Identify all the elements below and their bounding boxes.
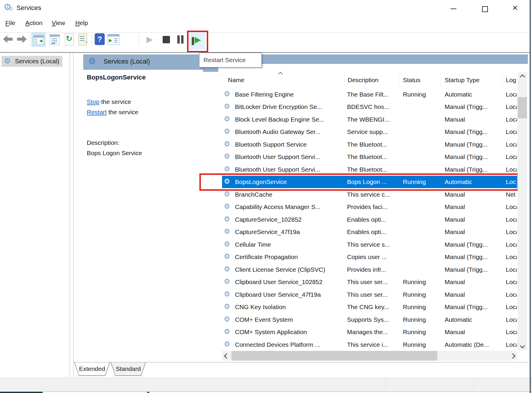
extended-view-button[interactable]: ▶ <box>107 34 120 45</box>
play-icon: ▶ <box>146 35 153 44</box>
close-button[interactable]: × <box>512 2 518 13</box>
service-row[interactable]: ⚙ Clipboard User Service_47f19a This use… <box>222 288 517 301</box>
service-row[interactable]: ⚙ BitLocker Drive Encryption Se... BDESV… <box>222 101 517 113</box>
service-gear-icon: ⚙ <box>224 190 230 198</box>
scroll-right-button[interactable] <box>508 351 517 361</box>
service-row[interactable]: ⚙ Capability Access Manager S... Provide… <box>222 201 517 213</box>
column-header-name[interactable]: Name <box>228 77 244 84</box>
service-gear-icon: ⚙ <box>224 302 230 311</box>
scroll-down-button[interactable] <box>518 342 527 350</box>
service-row[interactable]: ⚙ COM+ Event System Supports Sys... Runn… <box>222 314 517 326</box>
menu-help[interactable]: Help <box>75 19 88 26</box>
service-description: Supports Sys... <box>347 316 389 323</box>
service-startup-type: Manual <box>445 191 465 198</box>
service-row[interactable]: ⚙ Block Level Backup Engine Se... The WB… <box>222 113 517 126</box>
chevron-up-icon <box>520 74 525 79</box>
tree-item-services-local[interactable]: ⚙ Services (Local) <box>1 56 62 67</box>
scroll-left-button[interactable] <box>222 351 231 361</box>
service-log-on-as: Loca <box>506 203 517 210</box>
service-row[interactable]: ⚙ Clipboard User Service_102852 This use… <box>222 276 517 288</box>
minimize-button[interactable] <box>451 9 456 9</box>
service-gear-icon: ⚙ <box>224 277 230 286</box>
status-bar-divider <box>473 379 474 390</box>
service-startup-type: Automatic <box>445 316 472 323</box>
stop-service-link[interactable]: Stop <box>87 98 99 105</box>
service-row[interactable]: ⚙ CaptureService_102852 Enables opti... … <box>222 213 517 226</box>
window-right-border <box>530 0 531 393</box>
services-list: ⚙ Base Filtering Engine The Base Filt...… <box>222 88 517 351</box>
service-gear-icon: ⚙ <box>224 265 230 273</box>
service-row[interactable]: ⚙ Connected Devices Platform ... This se… <box>222 339 517 351</box>
service-row[interactable]: ⚙ Bluetooth Support Service The Bluetoot… <box>222 138 517 151</box>
refresh-button[interactable]: ↻ <box>64 33 75 46</box>
column-header-startup-type[interactable]: Startup Type <box>445 77 480 84</box>
column-header-description[interactable]: Description <box>348 77 378 84</box>
vertical-scrollbar[interactable] <box>518 72 527 350</box>
service-log-on-as: Loca <box>506 266 517 273</box>
service-gear-icon: ⚙ <box>224 127 230 135</box>
menu-file[interactable]: File <box>5 19 15 26</box>
export-list-button[interactable]: → <box>77 33 89 46</box>
service-log-on-as: Loca <box>506 153 517 160</box>
service-name: BitLocker Drive Encryption Se... <box>235 103 322 110</box>
back-icon <box>3 35 7 43</box>
menu-view[interactable]: View <box>52 19 65 26</box>
stop-service-button[interactable] <box>163 36 170 43</box>
service-description: The Bluetoot... <box>347 141 387 148</box>
pause-service-button[interactable] <box>177 35 184 44</box>
service-row[interactable]: ⚙ COM+ System Application Manages the...… <box>222 326 517 338</box>
service-row[interactable]: ⚙ Certificate Propagation Copies user ..… <box>222 251 517 263</box>
service-name: COM+ System Application <box>235 329 307 336</box>
horizontal-scrollbar[interactable] <box>222 351 517 361</box>
service-name: CNG Key Isolation <box>235 304 286 311</box>
service-startup-type: Manual <box>445 228 465 236</box>
restart-service-link[interactable]: Restart <box>87 109 107 115</box>
column-header-log-on-as[interactable]: Log <box>506 77 517 84</box>
service-status: Running <box>403 291 426 298</box>
service-gear-icon: ⚙ <box>224 165 230 173</box>
service-description: This service i... <box>347 341 388 348</box>
menu-action[interactable]: Action <box>25 19 42 26</box>
service-startup-type: Manual (Trigg... <box>445 304 488 311</box>
stop-service-line: Stop the service <box>87 98 131 105</box>
service-log-on-as: Loca <box>506 116 517 123</box>
show-hide-console-tree-button[interactable]: ◀ <box>31 33 46 47</box>
service-row[interactable]: ⚙ Bluetooth Audio Gateway Ser... Service… <box>222 126 517 138</box>
horizontal-scrollbar-thumb[interactable] <box>231 351 437 361</box>
restart-button-annotation-box <box>187 31 208 52</box>
column-divider <box>502 72 503 87</box>
properties-button[interactable] <box>49 34 61 46</box>
selected-service-name: BopsLogonService <box>87 74 146 81</box>
scroll-up-button[interactable] <box>518 72 527 80</box>
service-name: Base Filtering Engine <box>235 91 294 98</box>
service-startup-type: Automatic <box>445 91 472 98</box>
column-header-status[interactable]: Status <box>403 77 421 84</box>
forward-button[interactable] <box>16 35 27 43</box>
service-row[interactable]: ⚙ Client License Service (ClipSVC) Provi… <box>222 263 517 276</box>
service-row[interactable]: ⚙ CNG Key Isolation The CNG key... Runni… <box>222 301 517 313</box>
start-service-button[interactable]: ▶ <box>146 34 153 45</box>
maximize-button[interactable] <box>482 6 488 12</box>
service-description: Copies user ... <box>347 253 387 261</box>
service-name: Bluetooth Support Service <box>235 141 307 148</box>
tab-extended[interactable]: Extended <box>74 362 110 376</box>
service-name: Block Level Backup Engine Se... <box>235 116 324 123</box>
service-name: Clipboard User Service_47f19a <box>235 291 321 298</box>
service-row[interactable]: ⚙ CaptureService_47f19a Enables opti... … <box>222 226 517 238</box>
service-row[interactable]: ⚙ Base Filtering Engine The Base Filt...… <box>222 88 517 101</box>
service-status: Running <box>403 91 426 98</box>
vertical-scrollbar-thumb[interactable] <box>518 97 527 118</box>
service-row[interactable]: ⚙ Bluetooth User Support Servi... The Bl… <box>222 151 517 163</box>
service-description: The Base Filt... <box>347 91 388 98</box>
help-icon: ? <box>95 33 105 45</box>
help-button[interactable]: ? <box>94 33 105 45</box>
properties-icon <box>50 34 60 45</box>
tab-standard[interactable]: Standard <box>111 362 146 376</box>
service-row[interactable]: ⚙ Cellular Time This service s... Manual… <box>222 238 517 251</box>
service-log-on-as: Loca <box>506 91 517 98</box>
column-divider <box>441 72 441 87</box>
back-button[interactable] <box>3 35 14 43</box>
main-pane-border <box>73 53 74 377</box>
export-list-icon: → <box>78 34 87 45</box>
service-gear-icon: ⚙ <box>224 152 230 160</box>
